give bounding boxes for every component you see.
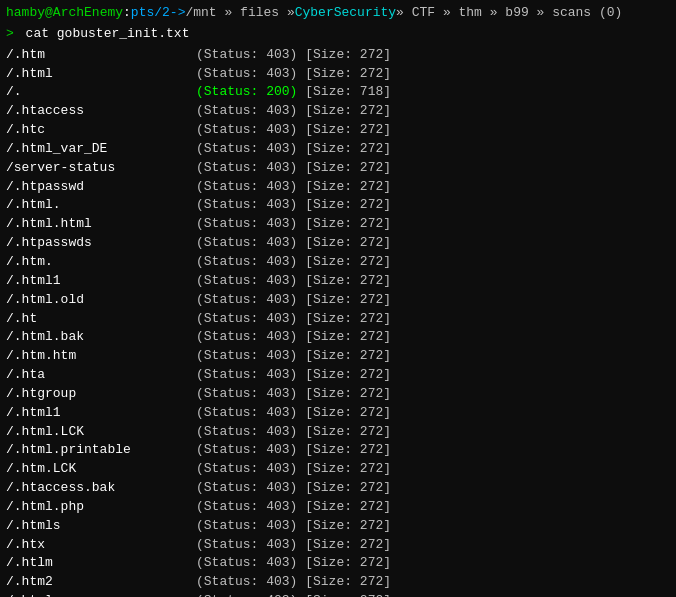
table-row: /.html.bak(Status: 403) [Size: 272] — [6, 328, 670, 347]
table-row: /.html1(Status: 403) [Size: 272] — [6, 272, 670, 291]
table-row: /.htpasswd(Status: 403) [Size: 272] — [6, 178, 670, 197]
table-row: /.htm2(Status: 403) [Size: 272] — [6, 573, 670, 592]
status-size: (Status: 403) [Size: 272] — [196, 310, 391, 329]
status-size: (Status: 403) [Size: 272] — [196, 272, 391, 291]
hostname: ArchEnemy — [53, 4, 123, 23]
status-size: (Status: 403) [Size: 272] — [196, 366, 391, 385]
table-row: /.htaccess(Status: 403) [Size: 272] — [6, 102, 670, 121]
status-size: (Status: 403) [Size: 272] — [196, 498, 391, 517]
file-path: /.htgroup — [6, 385, 196, 404]
file-path: /.htm — [6, 46, 196, 65]
file-path: /.html.old — [6, 291, 196, 310]
table-row: /.html.php(Status: 403) [Size: 272] — [6, 498, 670, 517]
table-row: /.htmls(Status: 403) [Size: 272] — [6, 517, 670, 536]
status-size: (Status: 403) [Size: 272] — [196, 479, 391, 498]
status-size: (Status: 403) [Size: 272] — [196, 102, 391, 121]
table-row: /.html-(Status: 403) [Size: 272] — [6, 592, 670, 597]
table-row: /.htm.(Status: 403) [Size: 272] — [6, 253, 670, 272]
path-mnt: /mnt » files » — [185, 4, 294, 23]
file-path: /.htx — [6, 536, 196, 555]
path-rest: » CTF » thm » b99 » scans (0) — [396, 4, 622, 23]
file-path: /.htc — [6, 121, 196, 140]
status-size: (Status: 403) [Size: 272] — [196, 291, 391, 310]
status-size: (Status: 403) [Size: 272] — [196, 554, 391, 573]
file-path: /.htm2 — [6, 573, 196, 592]
file-path: /.html — [6, 65, 196, 84]
table-row: /.htpasswds(Status: 403) [Size: 272] — [6, 234, 670, 253]
status-size: (Status: 403) [Size: 272] — [196, 178, 391, 197]
table-row: /.htc(Status: 403) [Size: 272] — [6, 121, 670, 140]
table-row: /.ht(Status: 403) [Size: 272] — [6, 310, 670, 329]
status-size: (Status: 403) [Size: 272] — [196, 347, 391, 366]
file-path: /.htaccess — [6, 102, 196, 121]
file-path: /.htpasswd — [6, 178, 196, 197]
file-path: /server-status — [6, 159, 196, 178]
file-path: /.html. — [6, 196, 196, 215]
status-size: (Status: 403) [Size: 272] — [196, 121, 391, 140]
table-row: /.htx(Status: 403) [Size: 272] — [6, 536, 670, 555]
file-path: /.html.printable — [6, 441, 196, 460]
table-row: /.html.printable(Status: 403) [Size: 272… — [6, 441, 670, 460]
status-size: (Status: 403) [Size: 272] — [196, 423, 391, 442]
prompt-line: hamby@ArchEnemy:pts/2-> /mnt » files » C… — [6, 4, 670, 23]
file-path: /.html- — [6, 592, 196, 597]
table-row: /.html.old(Status: 403) [Size: 272] — [6, 291, 670, 310]
file-path: /.html.php — [6, 498, 196, 517]
cmd-prompt-symbol: > — [6, 26, 14, 41]
status-size: (Status: 403) [Size: 272] — [196, 441, 391, 460]
terminal-window: hamby@ArchEnemy:pts/2-> /mnt » files » C… — [6, 4, 670, 597]
table-row: /.html_var_DE(Status: 403) [Size: 272] — [6, 140, 670, 159]
status-size: (Status: 403) [Size: 272] — [196, 460, 391, 479]
status-size: (Status: 403) [Size: 272] — [196, 328, 391, 347]
file-path: /.htaccess.bak — [6, 479, 196, 498]
table-row: /.htm.LCK(Status: 403) [Size: 272] — [6, 460, 670, 479]
table-row: /.html.(Status: 403) [Size: 272] — [6, 196, 670, 215]
file-path: /.html.bak — [6, 328, 196, 347]
table-row: /.html1(Status: 403) [Size: 272] — [6, 404, 670, 423]
status-size: (Status: 403) [Size: 272] — [196, 65, 391, 84]
file-path: /.htlm — [6, 554, 196, 573]
status-size: (Status: 403) [Size: 272] — [196, 536, 391, 555]
username: hamby — [6, 4, 45, 23]
status-size: (Status: 403) [Size: 272] — [196, 385, 391, 404]
status-size: (Status: 403) [Size: 272] — [196, 140, 391, 159]
pts-path: pts/2-> — [131, 4, 186, 23]
path-cybersecurity: CyberSecurity — [295, 4, 396, 23]
command-text: cat gobuster_init.txt — [18, 26, 190, 41]
status-size: (Status: 200) [Size: 718] — [196, 83, 391, 102]
file-path: /.ht — [6, 310, 196, 329]
table-row: /.hta(Status: 403) [Size: 272] — [6, 366, 670, 385]
file-path: /.hta — [6, 366, 196, 385]
table-row: /.html.html(Status: 403) [Size: 272] — [6, 215, 670, 234]
command-line: > cat gobuster_init.txt — [6, 25, 670, 44]
file-path: /.htpasswds — [6, 234, 196, 253]
table-row: /.htgroup(Status: 403) [Size: 272] — [6, 385, 670, 404]
file-path: /.html1 — [6, 272, 196, 291]
status-size: (Status: 403) [Size: 272] — [196, 215, 391, 234]
colon: : — [123, 4, 131, 23]
table-row: /.(Status: 200) [Size: 718] — [6, 83, 670, 102]
file-path: /.htmls — [6, 517, 196, 536]
file-path: /. — [6, 83, 196, 102]
status-size: (Status: 403) [Size: 272] — [196, 196, 391, 215]
table-row: /.html(Status: 403) [Size: 272] — [6, 65, 670, 84]
file-path: /.html1 — [6, 404, 196, 423]
table-row: /.html.LCK(Status: 403) [Size: 272] — [6, 423, 670, 442]
table-row: /.htm(Status: 403) [Size: 272] — [6, 46, 670, 65]
file-path: /.htm.LCK — [6, 460, 196, 479]
table-row: /.htm.htm(Status: 403) [Size: 272] — [6, 347, 670, 366]
status-size: (Status: 403) [Size: 272] — [196, 573, 391, 592]
file-path: /.html_var_DE — [6, 140, 196, 159]
file-path: /.htm. — [6, 253, 196, 272]
status-size: (Status: 403) [Size: 272] — [196, 404, 391, 423]
status-size: (Status: 403) [Size: 272] — [196, 517, 391, 536]
table-row: /.htaccess.bak(Status: 403) [Size: 272] — [6, 479, 670, 498]
file-path: /.html.LCK — [6, 423, 196, 442]
file-path: /.htm.htm — [6, 347, 196, 366]
table-row: /server-status(Status: 403) [Size: 272] — [6, 159, 670, 178]
status-size: (Status: 403) [Size: 272] — [196, 234, 391, 253]
table-row: /.htlm(Status: 403) [Size: 272] — [6, 554, 670, 573]
status-size: (Status: 403) [Size: 272] — [196, 253, 391, 272]
at-symbol: @ — [45, 4, 53, 23]
status-size: (Status: 403) [Size: 272] — [196, 159, 391, 178]
